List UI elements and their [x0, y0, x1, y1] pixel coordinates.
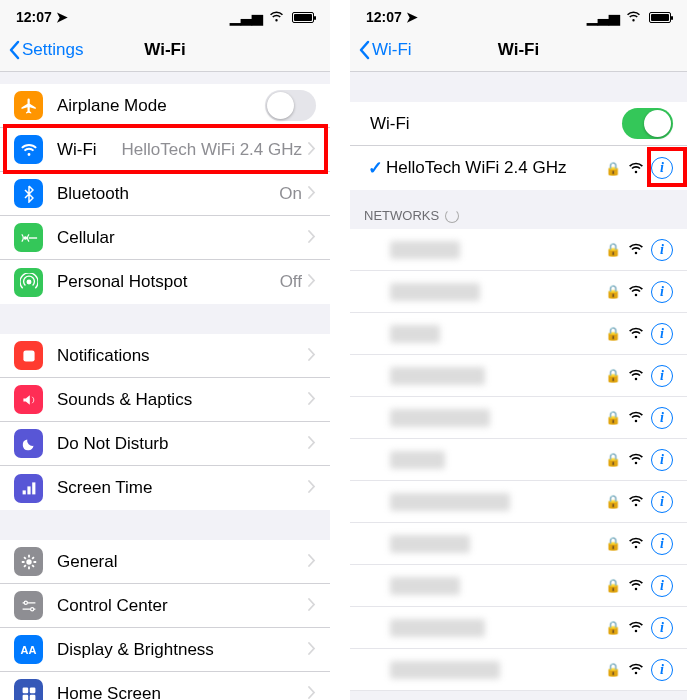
wifi-signal-icon	[628, 283, 644, 301]
airplane-icon	[14, 91, 43, 120]
network-row[interactable]: 🔒i	[350, 229, 687, 271]
network-row[interactable]: 🔒i	[350, 271, 687, 313]
settings-row-general[interactable]: General	[0, 540, 330, 584]
wifi-screen: 12:07 ➤ ▁▃▅ Wi-Fi Wi-Fi Wi-Fi ✓	[350, 0, 687, 700]
settings-row-screentime[interactable]: Screen Time	[0, 466, 330, 510]
wifi-icon	[626, 9, 641, 25]
network-row[interactable]: 🔒i	[350, 313, 687, 355]
wifi-icon	[269, 9, 284, 25]
wifi-signal-icon	[628, 493, 644, 511]
info-icon[interactable]: i	[651, 281, 673, 303]
cellular-icon	[14, 223, 43, 252]
network-row[interactable]: 🔒i	[350, 439, 687, 481]
network-row[interactable]: 🔒i	[350, 565, 687, 607]
lock-icon: 🔒	[605, 620, 621, 635]
settings-row-dnd[interactable]: Do Not Disturb	[0, 422, 330, 466]
settings-row-airplane[interactable]: Airplane Mode	[0, 84, 330, 128]
network-row[interactable]: 🔒i	[350, 649, 687, 691]
info-icon[interactable]: i	[651, 157, 673, 179]
chevron-right-icon	[308, 553, 316, 571]
chevron-right-icon	[308, 641, 316, 659]
row-label: Personal Hotspot	[57, 272, 280, 292]
settings-screen: 12:07 ➤ ▁▃▅ Settings Wi-Fi Airplane Mode…	[0, 0, 330, 700]
svg-rect-4	[27, 486, 30, 494]
lock-icon: 🔒	[605, 536, 621, 551]
back-button[interactable]: Settings	[0, 40, 83, 60]
svg-rect-10	[29, 687, 35, 693]
network-row[interactable]: 🔒i	[350, 355, 687, 397]
lock-icon: 🔒	[605, 578, 621, 593]
connected-network-row[interactable]: ✓ HelloTech WiFi 2.4 GHz 🔒 i	[350, 146, 687, 190]
settings-row-wifi[interactable]: Wi-FiHelloTech WiFi 2.4 GHz	[0, 128, 330, 172]
status-bar: 12:07 ➤ ▁▃▅	[0, 0, 330, 28]
info-icon[interactable]: i	[651, 617, 673, 639]
nav-bar: Settings Wi-Fi	[0, 28, 330, 72]
info-icon[interactable]: i	[651, 449, 673, 471]
network-name-blurred	[390, 661, 500, 679]
network-row[interactable]: 🔒i	[350, 481, 687, 523]
wifi-signal-icon	[628, 367, 644, 385]
settings-row-cellular[interactable]: Cellular	[0, 216, 330, 260]
row-label: Sounds & Haptics	[57, 390, 308, 410]
info-icon[interactable]: i	[651, 365, 673, 387]
battery-icon	[292, 12, 314, 23]
chevron-right-icon	[308, 273, 316, 291]
wifi-toggle[interactable]	[622, 108, 673, 139]
svg-rect-11	[22, 694, 28, 700]
settings-row-hotspot[interactable]: Personal HotspotOff	[0, 260, 330, 304]
info-icon[interactable]: i	[651, 491, 673, 513]
lock-icon: 🔒	[605, 242, 621, 257]
network-name-blurred	[390, 577, 460, 595]
general-icon	[14, 547, 43, 576]
network-name-blurred	[390, 409, 490, 427]
dnd-icon	[14, 429, 43, 458]
back-button[interactable]: Wi-Fi	[350, 40, 412, 60]
network-row[interactable]: 🔒i	[350, 607, 687, 649]
network-name-blurred	[390, 283, 480, 301]
info-icon[interactable]: i	[651, 575, 673, 597]
wifi-toggle-row[interactable]: Wi-Fi	[350, 102, 687, 146]
settings-row-controlcenter[interactable]: Control Center	[0, 584, 330, 628]
toggle[interactable]	[265, 90, 316, 121]
chevron-right-icon	[308, 391, 316, 409]
battery-icon	[649, 12, 671, 23]
network-name-blurred	[390, 325, 440, 343]
network-name-blurred	[390, 451, 445, 469]
hotspot-icon	[14, 268, 43, 297]
svg-point-1	[27, 280, 31, 284]
row-label: Display & Brightness	[57, 640, 308, 660]
settings-row-bluetooth[interactable]: BluetoothOn	[0, 172, 330, 216]
settings-row-sounds[interactable]: Sounds & Haptics	[0, 378, 330, 422]
svg-rect-2	[23, 350, 34, 361]
network-name-blurred	[390, 535, 470, 553]
settings-row-notifications[interactable]: Notifications	[0, 334, 330, 378]
screentime-icon	[14, 474, 43, 503]
info-icon[interactable]: i	[651, 239, 673, 261]
display-icon: AA	[14, 635, 43, 664]
row-label: Do Not Disturb	[57, 434, 308, 454]
network-row[interactable]: 🔒i	[350, 397, 687, 439]
network-row[interactable]: 🔒i	[350, 523, 687, 565]
info-icon[interactable]: i	[651, 407, 673, 429]
row-label: Wi-Fi	[57, 140, 122, 160]
detail-text: On	[279, 184, 302, 204]
svg-rect-3	[22, 490, 25, 494]
network-name-blurred	[390, 241, 460, 259]
row-label: Bluetooth	[57, 184, 279, 204]
wifi-signal-icon	[628, 535, 644, 553]
settings-row-homescreen[interactable]: Home Screen	[0, 672, 330, 700]
svg-point-7	[24, 601, 27, 604]
settings-row-display[interactable]: AADisplay & Brightness	[0, 628, 330, 672]
info-icon[interactable]: i	[651, 323, 673, 345]
chevron-right-icon	[308, 685, 316, 701]
chevron-right-icon	[308, 185, 316, 203]
wifi-icon	[14, 135, 43, 164]
chevron-right-icon	[308, 479, 316, 497]
nav-bar: Wi-Fi Wi-Fi	[350, 28, 687, 72]
lock-icon: 🔒	[605, 662, 621, 677]
wifi-signal-icon	[628, 577, 644, 595]
status-bar: 12:07 ➤ ▁▃▅	[350, 0, 687, 28]
info-icon[interactable]: i	[651, 533, 673, 555]
info-icon[interactable]: i	[651, 659, 673, 681]
row-label: Notifications	[57, 346, 308, 366]
